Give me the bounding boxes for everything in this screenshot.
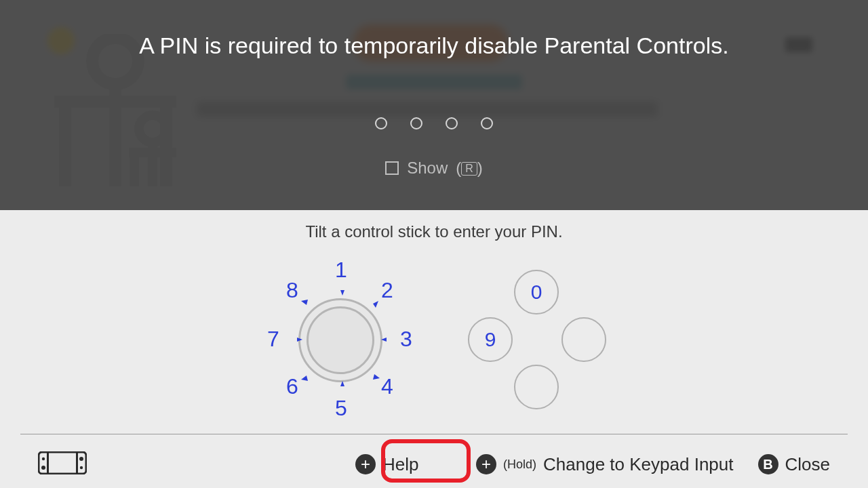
- b-icon: B: [758, 454, 778, 474]
- wheel-num-8[interactable]: 8: [282, 278, 302, 303]
- footer-divider: [20, 434, 848, 434]
- pin-indicator: [0, 117, 868, 129]
- close-label: Close: [785, 454, 830, 475]
- change-input-label: Change to Keypad Input: [543, 454, 733, 475]
- svg-rect-18: [47, 452, 49, 474]
- show-pin-checkbox[interactable]: [385, 161, 399, 175]
- wheel-num-7[interactable]: 7: [263, 327, 283, 352]
- hold-label: (Hold): [503, 458, 536, 472]
- wheel-num-4[interactable]: 4: [377, 374, 397, 399]
- svg-rect-17: [39, 452, 86, 474]
- face-button-right[interactable]: [561, 317, 606, 362]
- face-button-cluster[interactable]: 0 9: [475, 264, 631, 420]
- wheel-num-1[interactable]: 1: [331, 258, 351, 283]
- controller-icon: [38, 451, 87, 477]
- help-button[interactable]: + Help: [355, 441, 418, 488]
- help-label: Help: [382, 454, 418, 475]
- plus-icon: +: [476, 454, 496, 474]
- face-button-left[interactable]: 9: [468, 317, 513, 362]
- control-stick-wheel[interactable]: 1 2 3 4 5 6 7 8: [258, 251, 427, 420]
- svg-point-23: [80, 466, 83, 469]
- pin-dot-2: [410, 117, 422, 129]
- face-button-top[interactable]: 0: [514, 270, 559, 314]
- instruction-text: Tilt a control stick to enter your PIN.: [0, 222, 868, 241]
- show-pin-toggle[interactable]: Show (R): [0, 159, 868, 178]
- wheel-num-2[interactable]: 2: [377, 278, 397, 303]
- pin-prompt-overlay: [0, 0, 868, 210]
- svg-marker-9: [340, 290, 344, 296]
- show-pin-label: Show: [407, 159, 448, 178]
- close-button[interactable]: B Close: [758, 454, 830, 475]
- face-button-bottom[interactable]: [514, 365, 559, 409]
- footer: + Help + (Hold) Change to Keypad Input B…: [0, 441, 868, 488]
- change-input-button[interactable]: + (Hold) Change to Keypad Input: [476, 454, 733, 475]
- svg-rect-19: [76, 452, 78, 474]
- r-button-glyph: R: [461, 162, 477, 176]
- svg-point-22: [79, 457, 83, 461]
- wheel-num-6[interactable]: 6: [282, 374, 302, 399]
- pin-dot-4: [481, 117, 493, 129]
- pin-dot-1: [375, 117, 387, 129]
- svg-point-21: [41, 466, 45, 470]
- stick-ring-inner: [307, 306, 374, 374]
- wheel-num-3[interactable]: 3: [396, 327, 416, 352]
- pin-dot-3: [446, 117, 458, 129]
- plus-icon: +: [355, 454, 376, 474]
- wheel-num-5[interactable]: 5: [331, 396, 351, 421]
- svg-point-20: [42, 458, 45, 460]
- prompt-title: A PIN is required to temporarily disable…: [0, 33, 868, 59]
